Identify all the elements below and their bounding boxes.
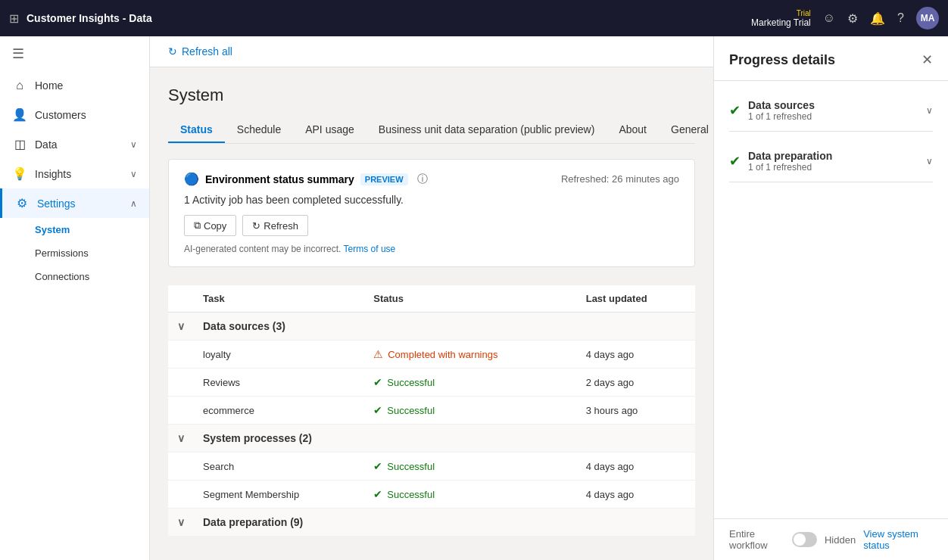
row-indent — [168, 481, 194, 509]
progress-check-icon-2: ✔ — [729, 153, 741, 170]
last-updated-cell: 4 days ago — [577, 481, 695, 509]
tab-business-unit[interactable]: Business unit data separation (public pr… — [366, 117, 607, 143]
help-icon[interactable]: ? — [897, 11, 904, 25]
status-cell: ✔Successful — [373, 404, 567, 416]
task-cell: Segment Membership — [194, 481, 364, 509]
topbar-right: Trial Marketing Trial ☺ ⚙ 🔔 ? MA — [751, 7, 939, 30]
table-section-header[interactable]: ∨ Data sources (3) — [168, 313, 695, 341]
env-info-icon[interactable]: ⓘ — [417, 173, 428, 186]
progress-close-button[interactable]: ✕ — [921, 51, 933, 68]
success-icon: ✔ — [373, 376, 382, 388]
grid-icon[interactable]: ⊞ — [9, 11, 19, 26]
sidebar-item-data[interactable]: ◫ Data ∨ — [0, 129, 149, 159]
table-section-header[interactable]: ∨ System processes (2) — [168, 425, 695, 453]
refresh-button[interactable]: ↻ Refresh — [242, 215, 308, 236]
section-chevron[interactable]: ∨ — [168, 313, 194, 341]
col-expand — [168, 285, 194, 313]
smiley-icon[interactable]: ☺ — [823, 11, 835, 25]
trial-badge: Trial Marketing Trial — [751, 9, 811, 28]
app-title: Customer Insights - Data — [27, 12, 744, 24]
sidebar-item-settings[interactable]: ⚙ Settings ∧ — [0, 188, 149, 218]
col-last-updated: Last updated — [577, 285, 695, 313]
tab-about[interactable]: About — [607, 117, 659, 143]
notification-icon[interactable]: 🔔 — [870, 11, 885, 26]
sidebar-item-customers[interactable]: 👤 Customers — [0, 100, 149, 129]
table-row: loyalty ⚠Completed with warnings 4 days … — [168, 341, 695, 369]
view-system-status-link[interactable]: View system status — [863, 528, 933, 551]
section-label: System processes (2) — [194, 425, 695, 453]
sidebar-item-home[interactable]: ⌂ Home — [0, 71, 149, 100]
insights-icon: 💡 — [12, 166, 27, 181]
tab-schedule[interactable]: Schedule — [225, 117, 293, 143]
progress-item-data-preparation: ✔ Data preparation 1 of 1 refreshed ∨ — [729, 144, 933, 182]
progress-item-info-2: Data preparation 1 of 1 refreshed — [748, 150, 918, 173]
warning-icon: ⚠ — [373, 348, 383, 360]
sidebar-sub-connections[interactable]: Connections — [35, 265, 149, 288]
hamburger-menu[interactable]: ☰ — [0, 36, 149, 71]
avatar[interactable]: MA — [916, 7, 939, 30]
table-row: ecommerce ✔Successful 3 hours ago — [168, 397, 695, 425]
progress-item-info-1: Data sources 1 of 1 refreshed — [748, 99, 918, 122]
refresh-summary-icon: ↻ — [252, 220, 260, 232]
refresh-all-button[interactable]: ↻ Refresh all — [162, 42, 239, 61]
sidebar-sub-system[interactable]: System — [35, 218, 149, 241]
copy-button[interactable]: ⧉ Copy — [184, 215, 236, 236]
topbar: ⊞ Customer Insights - Data Trial Marketi… — [0, 0, 948, 36]
hidden-label: Hidden — [825, 534, 856, 546]
env-summary-title: Environment status summary — [205, 173, 354, 185]
sidebar-item-customers-label: Customers — [35, 109, 86, 121]
settings-sidebar-icon: ⚙ — [14, 196, 30, 210]
status-cell: ✔Successful — [373, 460, 567, 472]
progress-item-data-sources: ✔ Data sources 1 of 1 refreshed ∨ — [729, 93, 933, 132]
task-cell: ecommerce — [194, 397, 364, 425]
tab-api-usage[interactable]: API usage — [293, 117, 366, 143]
progress-check-icon-1: ✔ — [729, 102, 741, 119]
row-indent — [168, 369, 194, 397]
col-task: Task — [194, 285, 364, 313]
section-chevron[interactable]: ∨ — [168, 509, 194, 537]
page-title: System — [168, 86, 695, 105]
home-icon: ⌂ — [12, 79, 27, 92]
table-section-header[interactable]: ∨ Data preparation (9) — [168, 509, 695, 537]
data-icon: ◫ — [12, 137, 27, 151]
task-cell: Reviews — [194, 369, 364, 397]
progress-item-title-2: Data preparation — [748, 150, 918, 162]
row-indent — [168, 453, 194, 481]
sidebar-item-data-label: Data — [35, 138, 58, 151]
sidebar-sub-permissions[interactable]: Permissions — [35, 241, 149, 265]
progress-item-chevron-2[interactable]: ∨ — [926, 156, 933, 166]
tab-general[interactable]: General — [659, 117, 713, 143]
progress-item-sub-1: 1 of 1 refreshed — [748, 111, 918, 122]
status-table: Task Status Last updated ∨ Data sources … — [168, 285, 695, 537]
last-updated-cell: 2 days ago — [577, 369, 695, 397]
row-indent — [168, 397, 194, 425]
progress-panel: Progress details ✕ ✔ Data sources 1 of 1… — [713, 36, 948, 560]
entire-workflow-toggle[interactable] — [792, 532, 817, 547]
customers-icon: 👤 — [12, 107, 27, 122]
settings-icon[interactable]: ⚙ — [847, 11, 858, 26]
env-disclaimer-text: AI-generated content may be incorrect. — [184, 244, 341, 254]
progress-item-header-data-preparation: ✔ Data preparation 1 of 1 refreshed ∨ — [729, 144, 933, 179]
last-updated-cell: 4 days ago — [577, 341, 695, 369]
copy-icon: ⧉ — [194, 219, 201, 232]
terms-of-use-link[interactable]: Terms of use — [344, 244, 396, 254]
sidebar-item-settings-label: Settings — [37, 198, 76, 210]
table-row: Reviews ✔Successful 2 days ago — [168, 369, 695, 397]
env-timestamp: Refreshed: 26 minutes ago — [561, 173, 679, 185]
env-preview-badge: PREVIEW — [360, 173, 408, 185]
status-cell: ⚠Completed with warnings — [373, 348, 567, 360]
last-updated-cell: 3 hours ago — [577, 397, 695, 425]
success-icon: ✔ — [373, 404, 382, 416]
progress-body: ✔ Data sources 1 of 1 refreshed ∨ ✔ Data… — [714, 81, 948, 518]
progress-header: Progress details ✕ — [714, 36, 948, 81]
layout: ☰ ⌂ Home 👤 Customers ◫ Data ∨ 💡 Insights… — [0, 36, 948, 560]
success-icon: ✔ — [373, 488, 382, 500]
tab-status[interactable]: Status — [168, 117, 225, 143]
env-status-icon: 🔵 — [184, 172, 199, 186]
task-cell: Search — [194, 453, 364, 481]
table-row: Search ✔Successful 4 days ago — [168, 453, 695, 481]
status-cell: ✔Successful — [373, 376, 567, 388]
sidebar-item-insights[interactable]: 💡 Insights ∨ — [0, 159, 149, 188]
section-chevron[interactable]: ∨ — [168, 425, 194, 453]
progress-item-chevron-1[interactable]: ∨ — [926, 105, 933, 116]
